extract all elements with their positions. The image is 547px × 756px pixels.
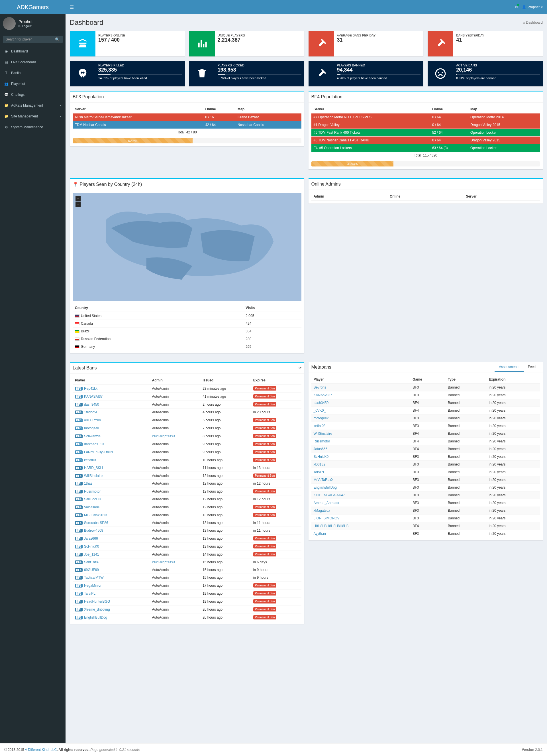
player-link[interactable]: Valhalla8D [84, 505, 100, 509]
sidebar-item-label: Dashboard [11, 49, 28, 53]
map-zoom-in-button[interactable]: + [76, 196, 81, 201]
player-link[interactable]: Russmotor [314, 439, 330, 443]
player-link[interactable]: Jafas666 [84, 536, 98, 540]
player-link[interactable]: LION_SIMONOV [314, 516, 339, 520]
player-link[interactable]: KIDBENGALA-AK47 [314, 493, 345, 497]
player-link[interactable]: KANASAI37 [314, 393, 332, 397]
refresh-icon[interactable]: ⟳ [298, 366, 301, 370]
player-link[interactable]: WillSinclaire [314, 432, 332, 436]
admin-link[interactable]: xXxKnightsXxX [152, 434, 175, 438]
game-label: BF3 [75, 426, 83, 430]
server-row[interactable]: #7 Operation Metro NO EXPLOSIVES0 / 64Op… [311, 113, 540, 121]
player-link[interactable]: HeadHunterBGG [84, 599, 110, 603]
footer-link[interactable]: A Different Kind, LLC [25, 748, 57, 752]
flag-icon [75, 330, 80, 333]
player-link[interactable]: motogeek [314, 416, 329, 420]
server-row[interactable]: TDM Noshar Canals42 / 64Noshahar Canals [73, 121, 301, 129]
mail-icon[interactable]: ✉ [515, 5, 518, 9]
stat-desc: 0.91% of players are banned [456, 76, 540, 80]
player-link[interactable]: TarviPL [84, 592, 95, 596]
player-link[interactable]: SallGooDD [84, 497, 101, 501]
player-link[interactable]: NegaMinion [84, 584, 102, 588]
sidebar-item-7[interactable]: ⚙System Maintenance [0, 122, 66, 133]
player-link[interactable]: HARD_SKLL [84, 466, 104, 470]
player-link[interactable]: KANASAI37 [84, 395, 103, 399]
latest-bans-box: Latest Bans ⟳ Player Admin Issued Expire… [70, 362, 304, 624]
hammer-icon [308, 61, 334, 86]
tab-assessments[interactable]: Assessments [495, 363, 523, 372]
player-link[interactable]: Jafas666 [314, 447, 327, 451]
player-link[interactable]: xD3132 [314, 462, 325, 466]
country-map-box: 📍 Players Seen by Country (24h) + − [70, 178, 304, 353]
player-link[interactable]: FaRmEd-By-EtniiN [84, 450, 113, 454]
player-link[interactable]: Joe_1141 [84, 552, 99, 556]
server-row[interactable]: EU #5 Operation Lockers63 / 64 (3)Operat… [311, 144, 540, 152]
server-row[interactable]: #1 Dragon Valley0 / 64Dragon Valley 2015 [311, 121, 540, 129]
tab-feed[interactable]: Feed [524, 363, 540, 372]
game-label: BF3 [75, 442, 83, 446]
player-link[interactable]: MrVaTaRaxX [314, 478, 333, 482]
player-link[interactable]: Sent1nz4 [84, 560, 99, 564]
user-menu[interactable]: 👤 Prophet ▾ [522, 5, 543, 9]
player-link[interactable]: o8FURY8o [84, 418, 101, 422]
admin-link[interactable]: xXxKnightsXxX [152, 560, 175, 564]
server-row[interactable]: Rush Metro/Seine/Damavand/Bazaar0 / 16Gr… [73, 113, 301, 121]
page-title: Dashboard [70, 19, 103, 27]
player-link[interactable]: TacticalMTWi [84, 576, 104, 580]
map-zoom-out-button[interactable]: − [76, 202, 81, 207]
player-link[interactable]: keflat03 [84, 458, 96, 462]
player-link[interactable]: Ammar_Ahmadx [314, 501, 339, 505]
sidebar-toggle-button[interactable]: ☰ [70, 5, 74, 10]
player-link[interactable]: WillSinclaire [84, 474, 103, 478]
sidebar-item-5[interactable]: 📁AdKats Management‹ [0, 100, 66, 111]
player-link[interactable]: Sorocaba-SP86 [84, 521, 108, 525]
player-link[interactable]: EnglishBullDog [84, 615, 107, 619]
game-label: BF4 [75, 529, 83, 533]
metaban-row: Jafas666BF4Bannedin 20 years [311, 445, 540, 453]
player-link[interactable]: H8H8H8H8H8H8H8H8 [314, 524, 349, 528]
world-map[interactable]: + − [73, 193, 301, 301]
player-link[interactable]: Sevrons [314, 385, 326, 389]
player-link[interactable]: Budrow4508 [84, 529, 103, 533]
ban-row: BF4HARD_SKLL AutoAdmin11 hours agoin 13 … [73, 464, 301, 472]
sidebar-item-3[interactable]: 👥Playerlist [0, 78, 66, 89]
ban-row: BF3Rep41kk AutoAdmin23 minutes agoPerman… [73, 384, 301, 393]
game-label: BF4 [75, 600, 83, 603]
player-link[interactable]: Russmotor [84, 489, 101, 493]
player-link[interactable]: _0VK0_ [314, 409, 326, 412]
server-row[interactable]: #5 TDM Fast Rank 400 Tickets52 / 64Opera… [311, 129, 540, 137]
player-link[interactable]: dash3450 [84, 403, 99, 407]
player-link[interactable]: darkneos_19 [84, 442, 104, 446]
player-link[interactable]: Xtreme_dribbling [84, 607, 110, 611]
player-link[interactable]: xMagatsux [314, 509, 330, 513]
game-label: BF4 [75, 403, 83, 407]
player-link[interactable]: Ayythan [314, 532, 326, 536]
player-link[interactable]: motogeek [84, 426, 99, 430]
sidebar-item-6[interactable]: 📁Site Management‹ [0, 111, 66, 122]
player-link[interactable]: 1fedonvi [84, 410, 97, 414]
search-input[interactable] [3, 36, 52, 43]
search-button[interactable]: 🔍 [52, 36, 63, 43]
player-link[interactable]: ScHnicK0 [314, 455, 329, 459]
player-link[interactable]: Rep41kk [84, 387, 97, 391]
player-link[interactable]: Schwanzie [84, 434, 101, 438]
server-row[interactable]: #6 TDM Noshar Canals FAST RANK0 / 64Drag… [311, 137, 540, 144]
player-link[interactable]: keflat03 [314, 424, 326, 428]
sidebar-item-label: System Maintenance [11, 125, 43, 129]
player-link[interactable]: dash3450 [314, 401, 329, 405]
player-link[interactable]: EnglishBullDog [314, 485, 337, 489]
logout-link[interactable]: ▷ Logout [19, 24, 32, 28]
sidebar-item-2[interactable]: TBanlist [0, 68, 66, 78]
player-link[interactable]: MG_Crew2013 [84, 513, 107, 517]
player-link[interactable]: TarviPL [314, 470, 325, 474]
stat-label: AVERAGE BANS PER DAY [337, 34, 421, 37]
player-link[interactable]: ScHnicK0 [84, 544, 99, 548]
sidebar-item-0[interactable]: ◉Dashboard [0, 46, 66, 57]
stat-label: BANS YESTERDAY [456, 34, 540, 37]
user-panel: Prophet ▷ Logout [0, 14, 66, 33]
player-link[interactable]: 69GUF69 [84, 568, 99, 572]
player-link[interactable]: 1thaz [84, 481, 92, 485]
sidebar-item-1[interactable]: ▤Live Scoreboard [0, 57, 66, 68]
brand-logo[interactable]: ADKGamers [0, 0, 66, 14]
sidebar-item-4[interactable]: 💬Chatlogs [0, 89, 66, 100]
